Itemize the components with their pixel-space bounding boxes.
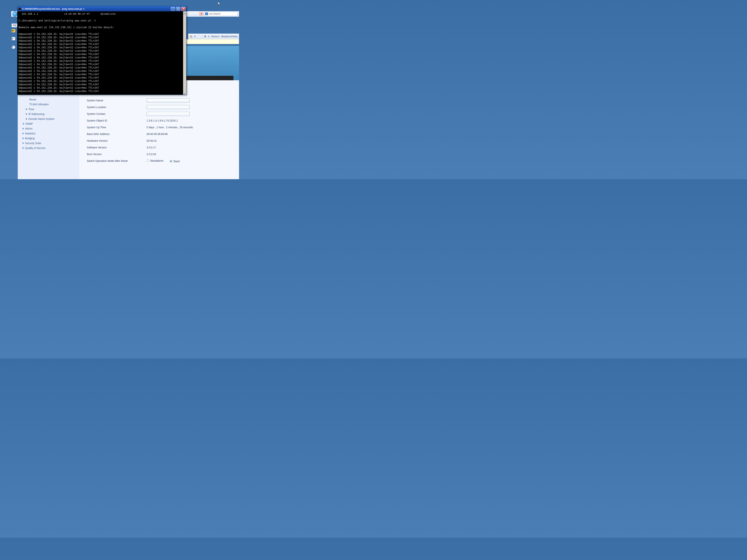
radio-standalone[interactable]: Standalone bbox=[147, 159, 163, 162]
caret-right-icon bbox=[23, 142, 24, 144]
close-tab-button[interactable]: ✕ bbox=[200, 12, 203, 16]
label-base-mac: Base MAC Address bbox=[87, 133, 147, 135]
ie-tab-strip: ★ e ? bbox=[11, 24, 15, 49]
label-switch-mode: Switch Operation Mode After Reset bbox=[87, 159, 147, 162]
toolbar-page[interactable]: Strona ▾ bbox=[211, 35, 220, 38]
ie-tab-icon[interactable]: e bbox=[11, 37, 15, 40]
radio-standalone-label: Standalone bbox=[150, 159, 163, 162]
search-input[interactable]: O Live Search bbox=[204, 11, 238, 16]
main-content: System Name System Location System Conta… bbox=[79, 80, 239, 179]
sidebar-item-ip-addressing[interactable]: IP Addressing bbox=[23, 112, 77, 116]
feeds-icon[interactable]: 📄 bbox=[198, 35, 200, 38]
caret-right-icon bbox=[26, 108, 27, 110]
window-title: C:\WINDOWS\system32\cmd.exe - ping www.o… bbox=[22, 7, 84, 10]
sidebar-item-time[interactable]: Time bbox=[23, 107, 77, 112]
label-software-version: Software Version bbox=[87, 146, 147, 149]
cmd-window: C:\WINDOWS\system32\cmd.exe - ping www.o… bbox=[17, 6, 186, 95]
cmd-icon bbox=[18, 7, 21, 10]
caret-right-icon bbox=[26, 118, 27, 120]
label-system-up-time: System Up Time bbox=[87, 126, 147, 129]
mouse-cursor-icon bbox=[218, 1, 221, 6]
scroll-down-button[interactable]: ▼ bbox=[183, 92, 186, 95]
close-button[interactable]: ✕ bbox=[181, 7, 185, 11]
input-system-location[interactable] bbox=[147, 105, 189, 109]
print-icon[interactable]: 🖶 bbox=[204, 35, 206, 38]
label-system-location: System Location bbox=[87, 106, 147, 109]
sidebar-item-snmp[interactable]: SNMP bbox=[23, 121, 77, 126]
value-software-version: 3.0.0.17 bbox=[147, 146, 156, 149]
search-placeholder: Live Search bbox=[209, 12, 221, 15]
sidebar-item-bridging[interactable]: Bridging bbox=[23, 136, 77, 141]
radio-stack-label: Stack bbox=[173, 160, 180, 163]
caret-right-icon bbox=[23, 123, 24, 125]
ie-search-area: ✕ O Live Search bbox=[200, 11, 238, 17]
titlebar[interactable]: C:\WINDOWS\system32\cmd.exe - ping www.o… bbox=[17, 6, 186, 11]
minimize-button[interactable]: _ bbox=[171, 7, 175, 11]
value-boot-version: 2.0.0.03 bbox=[147, 153, 156, 156]
input-system-name[interactable] bbox=[147, 98, 189, 103]
value-system-up-time: 0 days , 1 hour , 2 minutes , 29 seconds bbox=[147, 126, 193, 129]
outlook-icon: O bbox=[205, 12, 208, 15]
toolbar-safety[interactable]: Bezpieczeństwo bbox=[221, 35, 237, 38]
sidebar-item-security-suite[interactable]: Security Suite bbox=[23, 141, 77, 145]
cmd-output: 192.168.1.1 c4-e9-84-46-a7-4f dynamiczne… bbox=[17, 11, 183, 95]
sidebar-item-qos[interactable]: Quality of Service bbox=[23, 145, 77, 151]
input-system-contact[interactable] bbox=[147, 112, 189, 116]
favorite-icon[interactable]: ★ bbox=[11, 29, 15, 32]
back-button[interactable]: ← bbox=[12, 11, 18, 17]
value-base-mac: e8:40:40:3b:b8:96 bbox=[147, 133, 168, 135]
sidebar-item-tcam[interactable]: TCAM Utilization bbox=[23, 102, 77, 107]
sidebar-item-admin[interactable]: Admin bbox=[23, 126, 77, 131]
caret-right-icon bbox=[23, 128, 24, 130]
caret-right-icon bbox=[23, 133, 24, 134]
value-hardware-version: 00.00.01 bbox=[147, 139, 157, 142]
radio-stack[interactable]: Stack bbox=[170, 160, 180, 163]
value-system-object-id: 1.3.6.1.4.1.9.6.1.70.2010.1 bbox=[147, 119, 178, 122]
scroll-up-button[interactable]: ▲ bbox=[183, 11, 186, 15]
home-icon[interactable]: 🏠 bbox=[190, 35, 192, 38]
label-hardware-version: Hardware Version bbox=[87, 139, 147, 142]
ie-command-bar: 🏠▾ 📄 🖶▾ Strona ▾ Bezpieczeństwo bbox=[188, 34, 239, 39]
label-boot-version: Boot Version bbox=[87, 153, 147, 156]
label-system-name: System Name bbox=[87, 99, 147, 102]
label-system-object-id: System Object ID bbox=[87, 119, 147, 122]
switch-admin-page: Reset TCAM Utilization Time IP Addressin… bbox=[18, 80, 239, 179]
sidebar-item-reset[interactable]: Reset bbox=[23, 97, 77, 102]
label-system-contact: System Contact bbox=[87, 112, 147, 115]
help-icon[interactable]: ? bbox=[11, 46, 15, 49]
scrollbar[interactable]: ▲ ▼ bbox=[183, 11, 186, 95]
caret-right-icon bbox=[26, 113, 27, 115]
sidebar: Reset TCAM Utilization Time IP Addressin… bbox=[18, 80, 79, 179]
sidebar-item-statistics[interactable]: Statistics bbox=[23, 131, 77, 136]
maximize-button[interactable]: ▢ bbox=[176, 7, 180, 11]
caret-right-icon bbox=[23, 137, 24, 139]
sidebar-item-dns[interactable]: Domain Name System bbox=[23, 116, 77, 121]
caret-right-icon bbox=[23, 147, 24, 149]
